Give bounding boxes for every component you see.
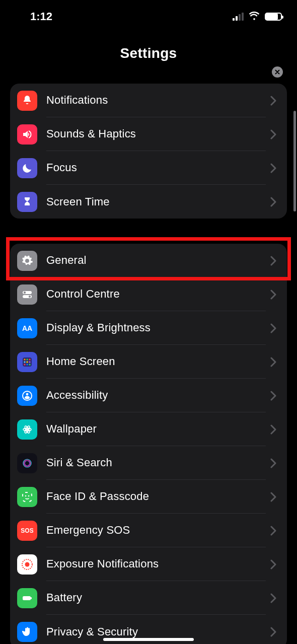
sounds-haptics-label: Sounds & Haptics (46, 127, 136, 140)
chevron-right-icon (270, 256, 280, 266)
display-brightness-label: Display & Brightness (46, 321, 151, 334)
home-indicator[interactable] (103, 638, 194, 641)
chevron-right-icon (270, 129, 280, 139)
exposure-notifications-icon (17, 554, 37, 575)
privacy-security-label: Privacy & Security (46, 625, 138, 638)
chevron-right-icon (270, 357, 280, 367)
face-id-passcode-icon (17, 487, 37, 507)
close-icon (274, 69, 280, 75)
notifications-label: Notifications (46, 94, 108, 107)
focus-label: Focus (46, 161, 77, 174)
home-screen-label: Home Screen (46, 355, 115, 368)
row-face-id-passcode[interactable]: Face ID & Passcode (10, 480, 287, 514)
focus-icon (17, 158, 37, 178)
chevron-right-icon (270, 290, 280, 300)
page-title: Settings (0, 45, 297, 61)
battery-icon (265, 13, 282, 21)
chevron-right-icon (270, 492, 280, 502)
accessibility-label: Accessibility (46, 389, 108, 402)
status-time: 1:12 (30, 10, 52, 23)
settings-group-2: GeneralControl CentreDisplay & Brightnes… (10, 244, 287, 644)
siri-search-label: Siri & Search (46, 456, 112, 469)
chevron-right-icon (270, 96, 280, 106)
home-screen-icon (17, 352, 37, 372)
chevron-right-icon (270, 458, 280, 468)
privacy-security-icon (17, 622, 37, 642)
row-exposure-notifications[interactable]: Exposure Notifications (10, 547, 287, 581)
exposure-notifications-label: Exposure Notifications (46, 557, 159, 570)
chevron-right-icon (270, 424, 280, 435)
row-control-centre[interactable]: Control Centre (10, 277, 287, 311)
row-wallpaper[interactable]: Wallpaper (10, 412, 287, 446)
row-sounds-haptics[interactable]: Sounds & Haptics (10, 117, 287, 151)
chevron-right-icon (270, 197, 280, 207)
row-general[interactable]: General (10, 244, 287, 277)
scrollbar-indicator (293, 111, 296, 211)
settings-group-1: NotificationsSounds & HapticsFocusScreen… (10, 84, 287, 219)
cellular-signal-icon (233, 13, 244, 21)
notifications-icon (17, 91, 37, 111)
battery-label: Battery (46, 591, 82, 604)
screen-time-icon (17, 192, 37, 212)
wifi-icon (249, 10, 260, 24)
display-brightness-icon (17, 318, 37, 338)
sounds-haptics-icon (17, 124, 37, 145)
settings-header: Settings (0, 28, 297, 75)
general-icon (17, 251, 37, 271)
wallpaper-label: Wallpaper (46, 422, 97, 436)
status-right (233, 10, 282, 24)
row-screen-time[interactable]: Screen Time (10, 185, 287, 219)
control-centre-icon (17, 284, 37, 305)
chevron-right-icon (270, 526, 280, 536)
wallpaper-icon (17, 419, 37, 440)
row-siri-search[interactable]: Siri & Search (10, 446, 287, 480)
row-focus[interactable]: Focus (10, 151, 287, 185)
chevron-right-icon (270, 627, 280, 637)
row-emergency-sos[interactable]: Emergency SOS (10, 514, 287, 547)
accessibility-icon (17, 386, 37, 406)
row-notifications[interactable]: Notifications (10, 84, 287, 117)
emergency-sos-icon (17, 521, 37, 541)
battery-icon (17, 588, 37, 608)
row-home-screen[interactable]: Home Screen (10, 345, 287, 379)
siri-search-icon (17, 453, 37, 473)
screen-time-label: Screen Time (46, 195, 110, 208)
chevron-right-icon (270, 323, 280, 333)
general-label: General (46, 254, 87, 267)
row-display-brightness[interactable]: Display & Brightness (10, 311, 287, 345)
chevron-right-icon (270, 391, 280, 401)
close-button[interactable] (272, 66, 283, 78)
chevron-right-icon (270, 163, 280, 173)
chevron-right-icon (270, 593, 280, 603)
status-bar: 1:12 (0, 0, 297, 28)
emergency-sos-label: Emergency SOS (46, 524, 130, 537)
face-id-passcode-label: Face ID & Passcode (46, 490, 149, 503)
row-battery[interactable]: Battery (10, 581, 287, 615)
chevron-right-icon (270, 559, 280, 569)
row-accessibility[interactable]: Accessibility (10, 379, 287, 412)
control-centre-label: Control Centre (46, 288, 120, 301)
